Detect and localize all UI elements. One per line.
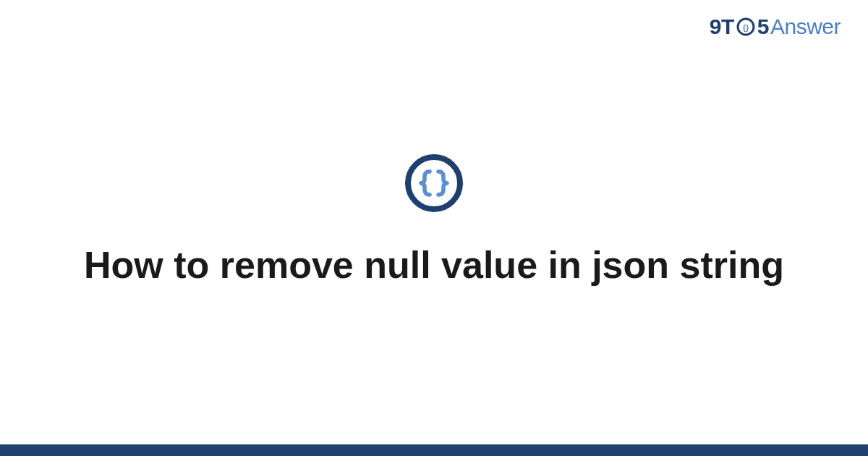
page-title: How to remove null value in json string bbox=[84, 242, 784, 288]
footer-accent-bar bbox=[0, 444, 868, 456]
json-braces-icon bbox=[404, 153, 464, 214]
svg-point-2 bbox=[408, 157, 460, 209]
main-content: How to remove null value in json string bbox=[0, 0, 868, 456]
